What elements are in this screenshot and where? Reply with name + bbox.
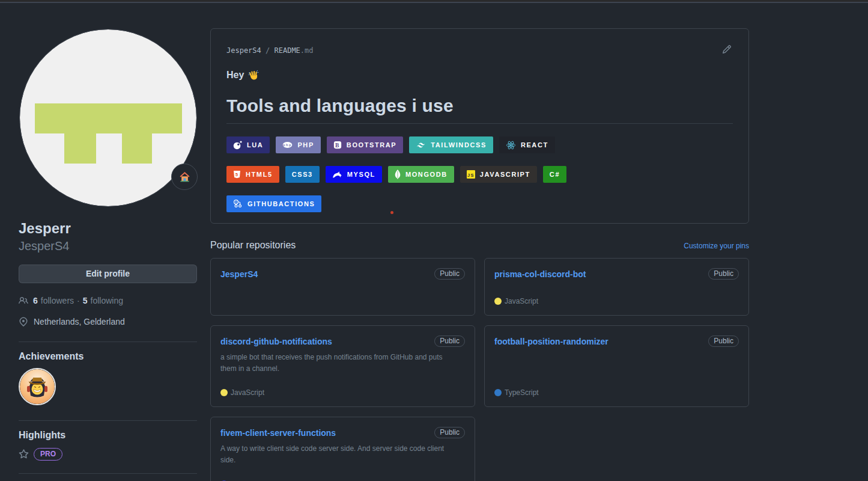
repo-name-link[interactable]: JesperS4 [220,269,258,279]
badge-label: LUA [247,141,263,149]
visibility-badge: Public [708,268,739,280]
svg-text:5: 5 [235,171,239,177]
mysql-icon [332,171,342,179]
tech-badge-githubactions: GITHUBACTIONS [226,195,321,212]
house-emoji-icon [179,171,190,183]
repo-name-link[interactable]: fivem-client-server-functions [220,428,336,438]
tech-badge-mysql: MYSQL [326,166,382,183]
repo-name-link[interactable]: prisma-col-discord-bot [494,269,586,279]
visibility-badge: Public [434,268,465,280]
repo-card-header: football-position-randomizerPublic [494,335,739,347]
repo-language-row: JavaScript [494,297,739,305]
readme-breadcrumb: JesperS4 / README.md [226,46,314,55]
tech-badge-css3: CSS3 [285,166,320,183]
tech-badge-html5: 5HTML5 [226,166,279,183]
avatar-wrap [20,29,196,206]
language-label: JavaScript [231,388,264,397]
svg-text:B: B [335,142,340,149]
badge-label: CSS3 [292,171,313,178]
html5-icon: 5 [233,170,241,179]
badge-label: PHP [297,141,314,149]
tech-badge-c: C# [543,166,566,183]
customize-pins-link[interactable]: Customize your pins [684,242,749,250]
readme-file-name: README [274,46,300,55]
location-row: Netherlands, Gelderland [19,317,197,326]
repo-card-header: discord-github-notificationsPublic [220,335,465,347]
sidebar-divider [19,420,197,421]
readme-greeting: Hey [226,70,733,81]
lua-icon [233,141,242,150]
popular-repos-header: Popular repositories Customize your pins [210,240,749,251]
repo-card: JesperS4Public [210,258,475,316]
repo-card-header: prisma-col-discord-botPublic [494,268,739,280]
badge-label: MYSQL [347,171,375,178]
badge-row-1: LUAphpPHPBBOOTSTRAPTAILWINDCSSREACT [226,136,733,153]
repo-name-link[interactable]: football-position-randomizer [494,337,609,346]
following-count: 5 [83,296,88,305]
repo-name-link[interactable]: discord-github-notifications [220,337,332,346]
readme-heading: Tools and languages i use [226,96,733,124]
repo-description: A way to write client side code server s… [220,443,465,466]
repo-language-row: TypeScript [494,388,739,397]
tech-badge-mongodb: MONGODB [388,166,454,183]
repo-language-row: JavaScript [220,388,465,397]
followers-count: 6 [33,296,38,305]
tailwind-icon [416,141,426,149]
quickdraw-achievement-icon[interactable] [19,368,56,405]
edit-profile-button[interactable]: Edit profile [19,265,197,283]
followers-row[interactable]: 6 followers · 5 following [19,296,197,305]
tech-badge-tailwindcss: TAILWINDCSS [409,136,493,153]
githubactions-icon [233,199,243,209]
profile-sidebar: Jesperr JesperS4 Edit profile 6 follower… [0,3,210,481]
main-column: JesperS4 / README.md Hey [210,3,749,481]
popular-repos-title: Popular repositories [210,240,296,251]
avatar[interactable] [20,29,196,206]
tech-badge-react: REACT [499,136,555,153]
tech-badge-lua: LUA [226,136,270,153]
react-icon [506,141,516,150]
badge-label: REACT [521,141,548,149]
badge-label: TAILWINDCSS [431,141,487,149]
achievements-title: Achievements [19,351,197,362]
wave-emoji-icon [248,70,259,81]
following-label: following [91,296,123,305]
pro-badge: PRO [34,448,62,461]
visibility-badge: Public [434,427,465,438]
repo-description: a simple bot that receives the push noti… [220,352,465,375]
profile-name: Jesperr [19,220,197,237]
svg-text:JS: JS [467,173,475,178]
sidebar-divider [19,473,197,474]
php-icon: php [282,141,293,149]
visibility-badge: Public [708,335,739,347]
language-color-dot [220,389,228,396]
page-layout: Jesperr JesperS4 Edit profile 6 follower… [0,3,868,481]
broken-image-dot [390,211,393,214]
highlights-title: Highlights [19,430,197,441]
mongodb-icon [395,170,401,179]
location-pin-icon [19,317,28,326]
repo-card-header: JesperS4Public [220,268,465,280]
pencil-icon [722,44,732,54]
readme-repo-link[interactable]: JesperS4 [226,46,261,55]
sidebar-divider [19,342,197,342]
tech-badge-javascript: JSJAVASCRIPT [460,166,537,183]
badge-label: C# [550,171,560,178]
repo-grid: JesperS4Publicprisma-col-discord-botPubl… [210,258,749,481]
edit-readme-button[interactable] [721,43,733,57]
status-badge[interactable] [171,164,198,190]
language-label: TypeScript [505,388,539,397]
tech-badge-php: phpPHP [276,136,320,153]
badge-label: MONGODB [405,171,448,178]
bootstrap-icon: B [333,141,342,149]
visibility-badge: Public [434,335,465,347]
identicon-avatar [20,29,196,206]
repo-card: fivem-client-server-functionsPublicA way… [210,417,475,481]
badge-label: JAVASCRIPT [480,171,530,178]
badge-label: HTML5 [246,171,273,178]
followers-label: followers [41,296,74,305]
badge-label: BOOTSTRAP [347,141,396,149]
repo-card: football-position-randomizerPublicTypeSc… [484,325,749,407]
repo-card: discord-github-notificationsPublica simp… [210,325,475,407]
highlights-row: PRO [19,448,197,461]
badge-row-2: 5HTML5CSS3MYSQLMONGODBJSJAVASCRIPTC# [226,166,733,183]
